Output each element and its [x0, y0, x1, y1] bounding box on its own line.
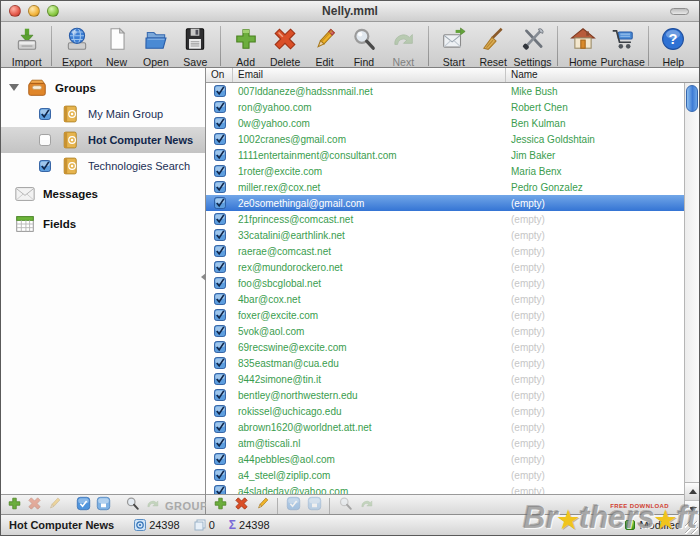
row-checkbox[interactable] — [214, 229, 226, 241]
table-row[interactable]: 1roter@excite.com Maria Benx — [206, 163, 684, 179]
row-checkbox[interactable] — [214, 117, 226, 129]
row-checkbox[interactable] — [214, 389, 226, 401]
row-checkbox[interactable] — [214, 165, 226, 177]
row-checkbox[interactable] — [214, 325, 226, 337]
toolbar-item-new[interactable]: New — [97, 24, 136, 68]
group-checkbox[interactable] — [39, 108, 52, 121]
disclosure-triangle-icon[interactable] — [9, 84, 19, 91]
row-checkbox[interactable] — [214, 485, 226, 494]
row-checkbox[interactable] — [214, 85, 226, 97]
table-row[interactable]: 33catalini@earthlink.net (empty) — [206, 227, 684, 243]
table-mini-edit-button[interactable] — [254, 498, 270, 514]
title-bar[interactable]: Nelly.mml — [1, 1, 699, 22]
toolbar-item-save[interactable]: Save — [176, 24, 215, 68]
row-checkbox[interactable] — [214, 341, 226, 353]
table-row[interactable]: 2e0somethingal@gmail.com (empty) — [206, 195, 684, 211]
toolbar-item-settings[interactable]: Settings — [513, 24, 552, 68]
table-row[interactable]: foxer@excite.com (empty) — [206, 307, 684, 323]
column-header-email[interactable]: Email — [233, 68, 506, 82]
table-row[interactable]: a44pebbles@aol.com (empty) — [206, 451, 684, 467]
scroll-up-button[interactable] — [685, 483, 700, 500]
row-checkbox[interactable] — [214, 421, 226, 433]
table-row[interactable]: 69recswine@excite.com (empty) — [206, 339, 684, 355]
sidebar-mini-add-button[interactable] — [7, 498, 22, 514]
table-row[interactable]: bentley@northwestern.edu (empty) — [206, 387, 684, 403]
sidebar-mini-find-button[interactable] — [125, 498, 140, 514]
toolbar-item-add[interactable]: Add — [226, 24, 265, 68]
toolbar-item-import[interactable]: Import — [7, 24, 46, 68]
toolbar-item-find[interactable]: Find — [344, 24, 383, 68]
table-row[interactable]: 0w@yahoo.com Ben Kulman — [206, 115, 684, 131]
sidebar-item-groups[interactable]: Groups — [1, 74, 205, 101]
table-row[interactable]: 9442simone@tin.it (empty) — [206, 371, 684, 387]
table-row[interactable]: 1002cranes@gmail.com Jessica Goldshtain — [206, 131, 684, 147]
row-checkbox[interactable] — [214, 405, 226, 417]
resize-grip-icon[interactable] — [685, 521, 698, 534]
group-checkbox[interactable] — [39, 160, 52, 173]
table-row[interactable]: a4sladeday@yahoo.com (empty) — [206, 483, 684, 494]
row-checkbox[interactable] — [214, 101, 226, 113]
table-row[interactable]: 4bar@cox.net (empty) — [206, 291, 684, 307]
table-row[interactable]: ron@yahoo.com Robert Chen — [206, 99, 684, 115]
row-checkbox[interactable] — [214, 277, 226, 289]
mini-redo-icon — [145, 496, 160, 515]
table-mini-toolbar — [206, 494, 699, 516]
table-row[interactable]: abrown1620@worldnet.att.net (empty) — [206, 419, 684, 435]
row-checkbox[interactable] — [214, 149, 226, 161]
mini-delete-icon — [234, 496, 249, 515]
row-checkbox[interactable] — [214, 357, 226, 369]
row-checkbox[interactable] — [214, 373, 226, 385]
toolbar-item-start[interactable]: Start — [434, 24, 473, 68]
sidebar-group-item[interactable]: Hot Computer News — [1, 127, 205, 153]
table-row[interactable]: raerae@comcast.net (empty) — [206, 243, 684, 259]
table-row[interactable]: rex@mundorockero.net (empty) — [206, 259, 684, 275]
sidebar-item-messages[interactable]: Messages — [1, 179, 205, 209]
table-mini-add-button[interactable] — [212, 498, 228, 514]
row-checkbox[interactable] — [214, 245, 226, 257]
toolbar-item-help[interactable]: ?Help — [654, 24, 693, 68]
row-checkbox[interactable] — [214, 309, 226, 321]
row-checkbox[interactable] — [214, 181, 226, 193]
toolbar-toggle-button[interactable] — [670, 8, 689, 15]
table-row[interactable]: 21fprincess@comcast.net (empty) — [206, 211, 684, 227]
table-row[interactable]: 1111entertainment@consultant.com Jim Bak… — [206, 147, 684, 163]
sidebar-mini-save-button[interactable] — [96, 498, 111, 514]
row-checkbox[interactable] — [214, 197, 226, 209]
table-mini-delete-button[interactable] — [233, 498, 249, 514]
row-checkbox[interactable] — [214, 293, 226, 305]
table-row[interactable]: rokissel@uchicago.edu (empty) — [206, 403, 684, 419]
row-checkbox[interactable] — [214, 453, 226, 465]
table-row[interactable]: 007lddaneze@hadssnmail.net Mike Bush — [206, 83, 684, 99]
toolbar-item-edit[interactable]: Edit — [305, 24, 344, 68]
group-label: Technologies Search — [88, 160, 190, 172]
toolbar-item-reset[interactable]: Reset — [473, 24, 512, 68]
column-header-on[interactable]: On — [206, 68, 233, 82]
row-checkbox[interactable] — [214, 133, 226, 145]
toolbar-item-purchase[interactable]: Purchase — [603, 24, 643, 68]
table-row[interactable]: 5vok@aol.com (empty) — [206, 323, 684, 339]
scrollbar-thumb[interactable] — [686, 85, 698, 112]
column-header-name[interactable]: Name — [506, 68, 699, 82]
sidebar-group-item[interactable]: My Main Group — [1, 101, 205, 127]
table-row[interactable]: atm@tiscali.nl (empty) — [206, 435, 684, 451]
row-checkbox[interactable] — [214, 261, 226, 273]
toolbar-item-delete[interactable]: Delete — [265, 24, 304, 68]
toolbar-separator — [428, 26, 429, 66]
sidebar-mini-check-button[interactable] — [76, 498, 91, 514]
sidebar-item-fields[interactable]: Fields — [1, 209, 205, 239]
toolbar-item-export[interactable]: Export — [57, 24, 96, 68]
table-row[interactable]: 835eastman@cua.edu (empty) — [206, 355, 684, 371]
toolbar-item-home[interactable]: Home — [563, 24, 602, 68]
table-row[interactable]: miller.rex@cox.net Pedro Gonzalez — [206, 179, 684, 195]
toolbar-label: New — [106, 56, 127, 68]
table-row[interactable]: foo@sbcglobal.net (empty) — [206, 275, 684, 291]
sidebar-group-item[interactable]: Technologies Search — [1, 153, 205, 179]
modified-indicator: Modified — [625, 519, 691, 531]
row-checkbox[interactable] — [214, 437, 226, 449]
vertical-scrollbar[interactable] — [684, 83, 699, 516]
row-checkbox[interactable] — [214, 213, 226, 225]
toolbar-item-open[interactable]: Open — [136, 24, 175, 68]
table-row[interactable]: a4_steel@ziplip.com (empty) — [206, 467, 684, 483]
row-checkbox[interactable] — [214, 469, 226, 481]
group-checkbox[interactable] — [39, 134, 52, 147]
